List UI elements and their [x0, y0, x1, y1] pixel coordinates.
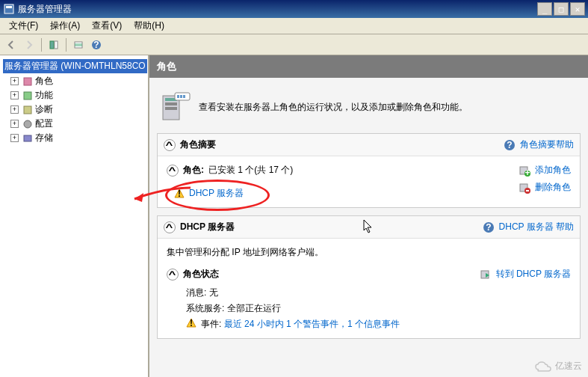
svg-text:!: ! — [178, 188, 181, 199]
add-role-icon: + — [519, 165, 530, 177]
window-title: 服务器管理器 — [18, 3, 72, 16]
menubar: 文件(F) 操作(A) 查看(V) 帮助(H) — [0, 18, 588, 34]
app-icon — [3, 3, 15, 15]
svg-text:!: ! — [190, 318, 193, 328]
collapse-button[interactable]: ^ — [164, 221, 176, 233]
menu-file[interactable]: 文件(F) — [3, 18, 44, 34]
server-big-icon — [160, 91, 191, 123]
features-icon — [22, 90, 34, 102]
svg-rect-0 — [4, 4, 13, 13]
collapse-button[interactable]: ^ — [167, 165, 179, 177]
collapse-button[interactable]: ^ — [164, 139, 176, 151]
svg-rect-4 — [75, 42, 82, 48]
expander-icon[interactable]: + — [10, 120, 19, 128]
dhcp-title: DHCP 服务器 — [180, 221, 235, 233]
help-button[interactable]: ? — [88, 37, 105, 53]
goto-dhcp-link[interactable]: 转到 DHCP 服务器 — [480, 268, 571, 281]
status-events[interactable]: ! 事件: 最近 24 小时内 1 个警告事件，1 个信息事件 — [186, 318, 472, 331]
svg-rect-13 — [24, 106, 31, 114]
separator — [66, 38, 66, 52]
status-services: 系统服务: 全部正在运行 — [186, 302, 472, 315]
close-button[interactable]: ✕ — [570, 2, 585, 16]
dhcp-role-entry[interactable]: ! DHCP 服务器 — [174, 187, 511, 200]
svg-rect-11 — [24, 78, 31, 85]
help-icon: ? — [504, 139, 516, 151]
minimize-button[interactable]: _ — [537, 2, 552, 16]
dhcp-help-link[interactable]: ? DHCP 服务器 帮助 — [483, 221, 574, 233]
tree-features[interactable]: +功能 — [1, 88, 146, 102]
tree-root[interactable]: 服务器管理器 (WIN-OMTHLN58CO — [1, 58, 146, 74]
tree-diagnostics[interactable]: +诊断 — [1, 102, 146, 117]
expander-icon[interactable]: + — [10, 105, 19, 114]
expander-icon[interactable]: + — [10, 134, 19, 142]
roles-count-header[interactable]: ^ 角色: 已安装 1 个(共 17 个) — [167, 164, 511, 177]
menu-help[interactable]: 帮助(H) — [128, 18, 170, 34]
status-messages: 消息: 无 — [186, 286, 472, 299]
role-status-header[interactable]: ^ 角色状态 — [167, 268, 472, 281]
roles-summary-panel: ^ 角色摘要 ? 角色摘要帮助 ^ 角色: 已安装 — [157, 133, 581, 208]
expander-icon[interactable]: + — [10, 77, 19, 85]
svg-rect-1 — [6, 6, 12, 8]
expander-icon[interactable]: + — [10, 91, 19, 99]
warning-icon: ! — [174, 188, 185, 199]
svg-rect-2 — [50, 41, 54, 49]
menu-action[interactable]: 操作(A) — [44, 18, 86, 34]
svg-rect-12 — [24, 92, 31, 99]
diagnostics-icon — [22, 104, 34, 116]
svg-rect-18 — [165, 102, 177, 105]
content-header: 角色 — [149, 55, 588, 78]
svg-rect-19 — [165, 107, 177, 110]
svg-rect-32 — [526, 190, 529, 191]
dhcp-panel: ^ DHCP 服务器 ? DHCP 服务器 帮助 集中管理和分配 IP 地址到网… — [157, 215, 581, 339]
menu-view[interactable]: 查看(V) — [86, 18, 128, 34]
svg-text:?: ? — [486, 222, 491, 233]
svg-text:?: ? — [507, 140, 512, 150]
svg-rect-23 — [183, 95, 185, 98]
goto-icon — [480, 269, 492, 281]
watermark: 亿速云 — [534, 360, 582, 373]
svg-rect-15 — [24, 135, 31, 141]
tree-config[interactable]: +配置 — [1, 117, 146, 131]
titlebar: 服务器管理器 _ □ ✕ — [0, 0, 588, 18]
svg-rect-21 — [177, 95, 179, 98]
svg-text:?: ? — [93, 40, 99, 50]
properties-button[interactable] — [70, 37, 87, 53]
add-role-link[interactable]: + 添加角色 — [519, 164, 571, 177]
forward-button[interactable] — [21, 37, 37, 53]
dhcp-description: 集中管理和分配 IP 地址到网络客户端。 — [167, 246, 571, 259]
roles-icon — [22, 76, 34, 88]
back-button[interactable] — [3, 37, 19, 53]
svg-text:+: + — [524, 168, 530, 177]
cloud-icon — [534, 361, 552, 373]
config-icon — [22, 118, 34, 130]
tree-storage[interactable]: +存储 — [1, 131, 146, 145]
toolbar: ? — [0, 34, 588, 55]
storage-icon — [22, 132, 34, 144]
tree-panel: 服务器管理器 (WIN-OMTHLN58CO +角色 +功能 +诊断 +配置 +… — [0, 55, 149, 377]
summary-help-link[interactable]: ? 角色摘要帮助 — [504, 138, 574, 151]
intro-section: 查看安装在服务器上角色的运行状况，以及添加或删除角色和功能。 — [157, 85, 581, 133]
svg-rect-22 — [180, 95, 182, 98]
svg-point-14 — [24, 120, 31, 128]
collapse-button[interactable]: ^ — [167, 269, 179, 281]
remove-role-link[interactable]: 删除角色 — [519, 181, 571, 194]
content-area: 角色 查看安装在服务器上角色的运行状况，以及添加或删除角色和功能。 ^ 角色摘要… — [149, 55, 588, 377]
warning-icon: ! — [186, 318, 196, 328]
maximize-button[interactable]: □ — [554, 2, 569, 16]
svg-rect-3 — [55, 41, 58, 49]
help-icon: ? — [483, 221, 495, 233]
remove-role-icon — [519, 182, 530, 194]
intro-text: 查看安装在服务器上角色的运行状况，以及添加或删除角色和功能。 — [199, 101, 468, 114]
separator — [41, 38, 42, 52]
refresh-button[interactable] — [46, 37, 62, 53]
tree-roles[interactable]: +角色 — [1, 74, 146, 88]
summary-title: 角色摘要 — [180, 138, 216, 151]
